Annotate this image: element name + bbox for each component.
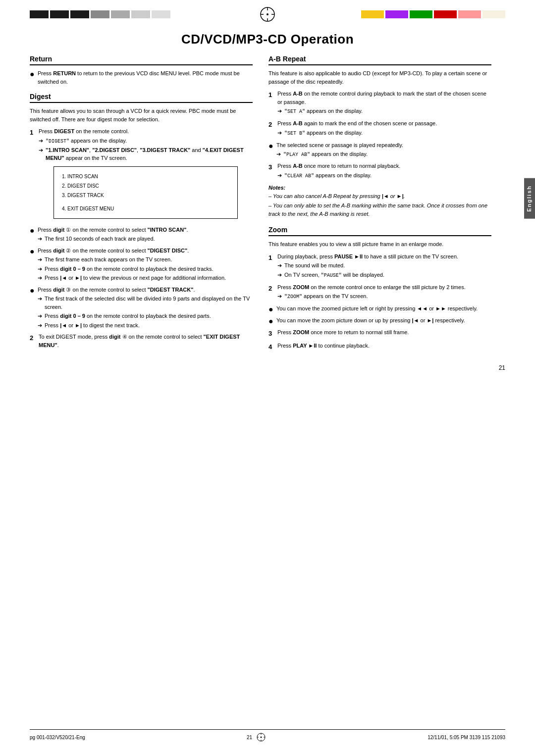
zoom-title: Zoom — [268, 226, 491, 236]
arrow-icon: ➔ — [277, 261, 284, 270]
arrow-icon: ➔ — [39, 146, 46, 162]
bullet-icon: ● — [30, 69, 38, 79]
svg-point-1 — [267, 13, 268, 15]
ab-repeat-intro: This feature is also applicable to audio… — [268, 69, 491, 86]
arrow-icon: ➔ — [277, 292, 284, 301]
arrow-icon: ➔ — [38, 274, 45, 282]
page-title: CD/VCD/MP3-CD Operation — [30, 32, 505, 47]
notes-title: Notes: — [268, 185, 491, 191]
step-num: 1 — [268, 90, 277, 116]
digest-step1-arrow2: "1.INTRO SCAN", "2.DIGEST DISC", "3.DIGE… — [46, 146, 253, 162]
digest-bullet1: Press digit ① on the remote control to s… — [38, 226, 253, 244]
arrow-icon: ➔ — [38, 295, 45, 311]
ab-step2-arrow: "SET B" appears on the display. — [284, 129, 363, 137]
step-num: 2 — [268, 119, 277, 138]
arrow-icon: ➔ — [277, 271, 284, 279]
digest-step1-arrow1: "DIGEST" appears on the display. — [46, 137, 127, 145]
step-num: 1 — [30, 127, 39, 223]
zoom-step2-arrow: "ZOOM" appears on the TV screen. — [284, 292, 368, 301]
digest-intro: This feature allows you to scan through … — [30, 107, 253, 123]
zoom-step1-text: During playback, press PAUSE ►II to have… — [277, 253, 458, 259]
bullet-icon: ● — [268, 316, 276, 326]
zoom-step1-arrow2: On TV screen, "PAUSE" will be displayed. — [284, 271, 384, 279]
ab-bullet1-arrow: "PLAY AB" appears on the display. — [283, 150, 368, 158]
digest-bullet1-arrow: The first 10 seconds of each track are p… — [45, 235, 155, 243]
return-text: Press RETURN to return to the previous V… — [38, 69, 253, 86]
zoom-step2-text: Press ZOOM on the remote control once to… — [277, 284, 466, 290]
digest-bullet3: Press digit ③ on the remote control to s… — [38, 286, 253, 331]
arrow-icon: ➔ — [38, 235, 45, 243]
center-compass-icon — [259, 5, 276, 23]
step-num: 2 — [30, 333, 39, 349]
bottom-bar: pg 001-032/V520/21-Eng 21 12/11/01, 5:05… — [30, 729, 505, 742]
note1: – You can also cancel A-B Repeat by pres… — [268, 192, 491, 201]
arrow-icon: ➔ — [38, 265, 45, 273]
menu-item-3: 3. DIGEST TRACK — [62, 191, 229, 200]
return-title: Return — [30, 55, 253, 65]
digest-section: Digest This feature allows you to scan t… — [30, 93, 253, 349]
zoom-step1-arrow1: The sound will be muted. — [284, 261, 345, 270]
zoom-step4-text: Press PLAY ►II to continue playback. — [277, 343, 370, 349]
english-tab: English — [524, 178, 535, 219]
bottom-left: pg 001-032/V520/21-Eng — [30, 735, 85, 740]
bullet-icon: ● — [30, 286, 38, 295]
digest-bullet2-arrow2: Press digit 0 – 9 on the remote control … — [45, 265, 214, 273]
digest-bullet2-arrow3: Press |◄ or ►| to view the previous or n… — [45, 274, 226, 282]
step-num: 3 — [268, 328, 277, 339]
digest-bullet3-arrow2: Press digit 0 – 9 on the remote control … — [45, 312, 211, 320]
bullet-icon: ● — [268, 304, 276, 314]
arrow-icon: ➔ — [38, 312, 45, 320]
arrow-icon: ➔ — [276, 150, 283, 158]
menu-item-4: 4. EXIT DIGEST MENU — [62, 204, 229, 213]
arrow-icon: ➔ — [39, 137, 46, 145]
note2: – You can only able to set the A-B marki… — [268, 202, 491, 218]
menu-item-1: 1. INTRO SCAN — [62, 172, 229, 181]
digest-step2-text: To exit DIGEST mode, press digit ④ on th… — [39, 334, 240, 348]
arrow-icon: ➔ — [38, 255, 45, 264]
zoom-bullet1: You can move the zoomed picture left or … — [276, 304, 491, 313]
digest-bullet3-arrow1: The first track of the selected disc wil… — [45, 295, 253, 311]
step-num: 2 — [268, 283, 277, 302]
zoom-section: Zoom This feature enables you to view a … — [268, 226, 491, 352]
zoom-bullet2: You can move the zoom picture down or up… — [276, 316, 491, 325]
digest-bullet2-arrow1: The first frame each track appears on th… — [45, 255, 172, 264]
bottom-page-num: 21 — [247, 735, 252, 740]
ab-step2-text: Press A-B again to mark the end of the c… — [277, 120, 437, 126]
arrow-icon: ➔ — [277, 171, 284, 180]
menu-box: 1. INTRO SCAN 2. DIGEST DISC 3. DIGEST T… — [54, 166, 238, 219]
bullet-icon: ● — [30, 226, 38, 235]
arrow-icon: ➔ — [38, 321, 45, 330]
bottom-center-compass: 21 — [247, 732, 266, 742]
ab-step3-arrow: "CLEAR AB" appears on the display. — [284, 171, 372, 180]
ab-step1-arrow: "SET A" appears on the display. — [284, 107, 363, 115]
top-bar-right — [276, 10, 505, 18]
ab-repeat-section: A-B Repeat This feature is also applicab… — [268, 55, 491, 218]
menu-item-2: 2. DIGEST DISC — [62, 181, 229, 191]
ab-bullet1: The selected scene or passage is played … — [276, 141, 491, 160]
bullet-icon: ● — [268, 141, 276, 151]
page-number-right: 21 — [30, 364, 505, 371]
zoom-step3-text: Press ZOOM once more to return to normal… — [277, 329, 409, 335]
digest-bullet3-arrow3: Press |◄ or ►| to digest the next track. — [45, 321, 140, 330]
digest-step1-text: Press DIGEST on the remote control. — [39, 128, 129, 134]
digest-bullet2: Press digit ② on the remote control to s… — [38, 247, 253, 283]
arrow-icon: ➔ — [277, 107, 284, 115]
return-section: Return ● Press RETURN to return to the p… — [30, 55, 253, 86]
ab-step1-text: Press A-B on the remote control during p… — [277, 91, 486, 105]
step-num: 4 — [268, 342, 277, 352]
zoom-intro: This feature enables you to view a still… — [268, 240, 491, 249]
digest-title: Digest — [30, 93, 253, 103]
ab-repeat-title: A-B Repeat — [268, 55, 491, 65]
step-num: 3 — [268, 162, 277, 181]
notes-section: Notes: – You can also cancel A-B Repeat … — [268, 185, 491, 218]
ab-step3-text: Press A-B once more to return to normal … — [277, 163, 400, 169]
arrow-icon: ➔ — [277, 129, 284, 137]
bottom-right: 12/11/01, 5:05 PM 3139 115 21093 — [428, 735, 505, 740]
top-bar-left — [30, 10, 259, 18]
step-num: 1 — [268, 252, 277, 280]
bullet-icon: ● — [30, 247, 38, 256]
svg-point-7 — [261, 737, 262, 738]
